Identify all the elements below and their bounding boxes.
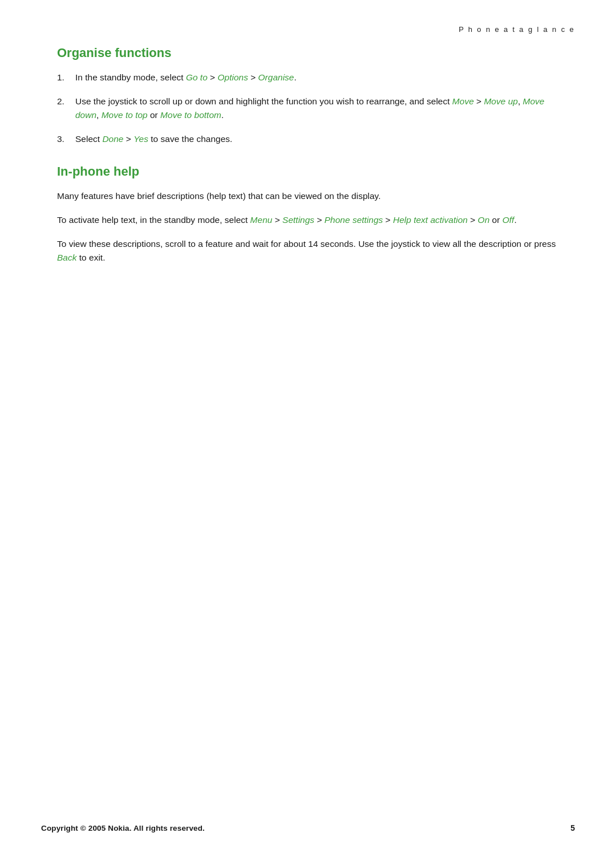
menu-item: Done: [102, 134, 123, 144]
list-content: In the standby mode, select Go to > Opti…: [75, 71, 559, 84]
menu-item: Help text activation: [393, 215, 468, 225]
menu-item: Go to: [186, 72, 208, 82]
section-organise-title: Organise functions: [57, 46, 559, 60]
menu-item: Back: [57, 253, 76, 262]
list-number: 1.: [57, 71, 75, 84]
help-paragraph-2: To activate help text, in the standby mo…: [57, 213, 559, 227]
content-area: Organise functions 1. In the standby mod…: [57, 46, 559, 807]
list-item: 1. In the standby mode, select Go to > O…: [57, 71, 559, 84]
menu-item: Move: [452, 96, 474, 106]
menu-item: Move up: [484, 96, 517, 106]
section-inphone-title: In-phone help: [57, 164, 559, 179]
section-organise: Organise functions 1. In the standby mod…: [57, 46, 559, 146]
list-content: Select Done > Yes to save the changes.: [75, 132, 559, 146]
copyright-text: Copyright © 2005 Nokia. All rights reser…: [41, 824, 205, 832]
page-footer: Copyright © 2005 Nokia. All rights reser…: [0, 823, 616, 832]
help-paragraph-3: To view these descriptions, scroll to a …: [57, 237, 559, 265]
menu-item: Menu: [250, 215, 273, 225]
menu-item: Off: [502, 215, 514, 225]
list-item: 3. Select Done > Yes to save the changes…: [57, 132, 559, 146]
list-number: 2.: [57, 95, 75, 122]
menu-item: On: [478, 215, 490, 225]
organise-list: 1. In the standby mode, select Go to > O…: [57, 71, 559, 146]
list-number: 3.: [57, 132, 75, 146]
page-header: P h o n e a t a g l a n c e: [459, 25, 575, 34]
menu-item: Organise: [258, 72, 294, 82]
menu-item: Options: [217, 72, 248, 82]
menu-item: Move to bottom: [160, 110, 221, 120]
list-item: 2. Use the joystick to scroll up or down…: [57, 95, 559, 122]
list-content: Use the joystick to scroll up or down an…: [75, 95, 559, 122]
help-paragraph-1: Many features have brief descriptions (h…: [57, 189, 559, 203]
page-number: 5: [570, 823, 575, 832]
menu-item: Phone settings: [325, 215, 383, 225]
menu-item: Move to top: [102, 110, 148, 120]
section-inphone-help: In-phone help Many features have brief d…: [57, 164, 559, 265]
menu-item: Settings: [282, 215, 314, 225]
menu-item: Yes: [133, 134, 148, 144]
